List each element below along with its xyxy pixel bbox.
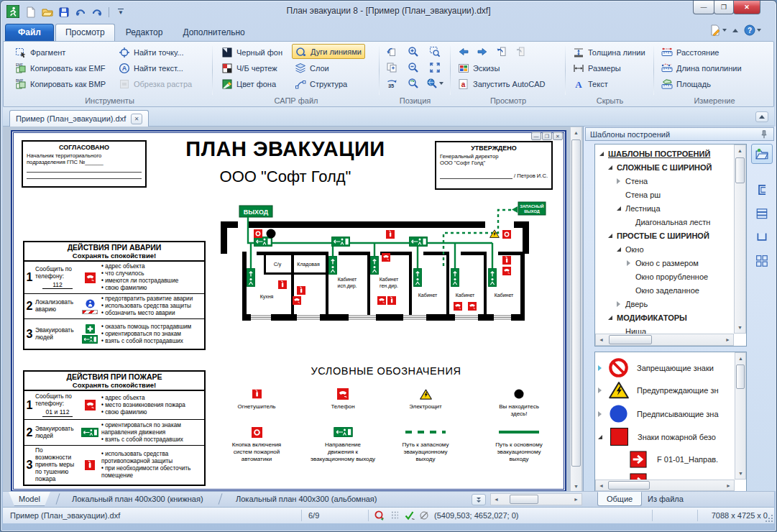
- tree-item[interactable]: Лестница: [625, 204, 661, 213]
- tree-item[interactable]: Ниша: [625, 327, 646, 334]
- document-tab[interactable]: Пример (План_эвакуации).dxf ✕: [9, 110, 149, 127]
- find-text-button[interactable]: Найти текст...: [116, 60, 186, 75]
- tree-item[interactable]: Окно с размером: [635, 259, 699, 267]
- drawing-canvas[interactable]: —❐✕ СОГЛАСОВАНО Начальник территориально…: [11, 130, 566, 492]
- layers-button[interactable]: Слои: [292, 60, 332, 75]
- blocks-grid-button[interactable]: [751, 251, 773, 271]
- help-button[interactable]: [744, 24, 761, 36]
- tree-vertical-scrollbar[interactable]: ▲▼: [734, 145, 746, 334]
- tree-item[interactable]: СЛОЖНЫЕ С ШИРИНОЙ: [617, 163, 712, 172]
- save-button[interactable]: [57, 5, 71, 19]
- tree-item[interactable]: Стена: [625, 177, 648, 185]
- layers-icon: [295, 63, 306, 74]
- zoom-out-button[interactable]: [405, 60, 422, 75]
- resize-grip[interactable]: [764, 513, 773, 523]
- tab-view[interactable]: Просмотр: [55, 24, 115, 41]
- redo-button[interactable]: [90, 5, 104, 19]
- mdi-close-icon[interactable]: ✕: [553, 132, 563, 140]
- fragment-button[interactable]: Фрагмент: [12, 45, 68, 60]
- scroll-down-arrow[interactable]: ▼: [571, 481, 581, 492]
- style-options-button[interactable]: [709, 24, 727, 36]
- new-file-button[interactable]: [24, 5, 38, 19]
- find-point-button[interactable]: Найти точку...: [116, 45, 186, 60]
- sign-item[interactable]: Предупреждающие зн: [598, 381, 719, 399]
- text-button[interactable]: Текст: [570, 76, 611, 91]
- tree-item[interactable]: Диагональная лестн: [635, 218, 710, 226]
- pin-icon[interactable]: [759, 129, 769, 139]
- black-background-button[interactable]: Черный фон: [219, 45, 285, 60]
- tab-signs-from-file[interactable]: Из файла: [639, 492, 692, 506]
- niche-templates-button[interactable]: [751, 227, 773, 247]
- restore-button[interactable]: ❐: [714, 1, 734, 14]
- background-color-button[interactable]: Цвет фона: [219, 76, 279, 91]
- collapse-ribbon-icon[interactable]: [732, 29, 738, 32]
- dimensions-button[interactable]: Размеры: [570, 60, 624, 75]
- scroll-up-arrow[interactable]: ▲: [571, 127, 581, 138]
- tree-item[interactable]: ШАБЛОНЫ ПОСТРОЕНИЙ: [608, 150, 710, 158]
- tab-editor[interactable]: Редактор: [116, 24, 173, 41]
- copy-view-button[interactable]: [383, 60, 400, 75]
- sign-item[interactable]: Предписывающие зна: [598, 404, 719, 423]
- open-file-button[interactable]: [40, 5, 55, 19]
- arcs-as-lines-button[interactable]: Дуги линиями: [292, 44, 365, 59]
- line-width-button[interactable]: Толщина линии: [570, 45, 648, 60]
- distance-button[interactable]: Расстояние: [658, 45, 722, 60]
- templates-library-button[interactable]: [751, 144, 773, 164]
- structure-button[interactable]: Структура: [292, 76, 350, 91]
- sheet-tab-portrait[interactable]: Локальный план 400x300 (книжная): [62, 492, 213, 506]
- tree-item[interactable]: Дверь: [625, 300, 648, 308]
- copy-emf-button[interactable]: Копировать как EMF: [12, 60, 109, 75]
- tree-item[interactable]: Стена рш: [625, 191, 661, 199]
- qat-customize-dropdown[interactable]: ▼: [114, 5, 128, 19]
- tree-item[interactable]: ПРОСТЫЕ С ШИРИНОЙ: [617, 231, 709, 240]
- find-text-icon: [119, 63, 130, 74]
- sheet-horizontal-scrollbar[interactable]: ◄►: [490, 493, 582, 505]
- close-button[interactable]: ✕: [733, 1, 760, 14]
- wall-profiles-button[interactable]: [751, 180, 773, 200]
- minimize-button[interactable]: —: [693, 1, 714, 14]
- sheet-tab-model[interactable]: Model: [9, 492, 50, 506]
- previous-view-button[interactable]: [492, 44, 510, 59]
- collapse-sheet-bar-button[interactable]: [472, 494, 486, 505]
- canvas-vertical-scrollbar[interactable]: ▲ ▼: [570, 127, 582, 492]
- zoom-status-icon[interactable]: [374, 510, 385, 521]
- angle-snap-icon[interactable]: [418, 510, 430, 521]
- tree-item[interactable]: Окно прорубленное: [635, 272, 708, 281]
- zoom-previous-button[interactable]: [405, 75, 422, 91]
- forward-button[interactable]: [474, 44, 491, 59]
- zoom-in-button[interactable]: [405, 44, 422, 59]
- mdi-restore-icon[interactable]: ❐: [542, 132, 552, 140]
- zoom-fit-button[interactable]: [426, 60, 443, 75]
- tab-file[interactable]: Файл: [5, 24, 54, 41]
- zoom-selected-button[interactable]: [426, 75, 443, 91]
- area-button[interactable]: Площадь: [658, 76, 714, 91]
- scrollbar-thumb[interactable]: [571, 139, 581, 467]
- tree-item[interactable]: МОДИФИКАТОРЫ: [617, 313, 687, 322]
- sign-item[interactable]: Запрещающие знаки: [598, 358, 714, 377]
- fire-actions-table: ДЕЙСТВИЯ ПРИ ПОЖАРЕСохранять спокойствие…: [23, 370, 206, 486]
- tab-signs-common[interactable]: Общие: [597, 492, 642, 506]
- polyline-length-button[interactable]: Длина полилинии: [658, 60, 745, 75]
- sign-item[interactable]: F 01-01_Направ.: [630, 451, 718, 468]
- rotate-angle-button[interactable]: [383, 75, 400, 91]
- collapse-panel-button[interactable]: [755, 111, 768, 122]
- layer-templates-button[interactable]: [751, 203, 773, 224]
- close-document-icon[interactable]: ✕: [131, 114, 142, 124]
- zoom-window-button[interactable]: [426, 44, 443, 59]
- thumbnails-button[interactable]: Эскизы: [455, 60, 502, 75]
- back-button[interactable]: [455, 44, 472, 59]
- snap-enabled-icon[interactable]: [404, 510, 415, 521]
- undo-button[interactable]: [73, 5, 88, 19]
- sheet-tab-landscape[interactable]: Локальный план 400x300 (альбомная): [226, 492, 387, 506]
- tree-item[interactable]: Окно: [625, 245, 644, 254]
- tab-extra[interactable]: Дополнительно: [173, 24, 254, 41]
- run-autocad-button[interactable]: Запустить AutoCAD: [455, 76, 548, 91]
- bw-drawing-button[interactable]: Ч/Б чертеж: [219, 60, 280, 75]
- grid-snap-icon[interactable]: [390, 510, 401, 521]
- rotate-page-button[interactable]: [383, 44, 400, 59]
- sign-item[interactable]: Знаки пожарной безо: [598, 427, 716, 446]
- copy-bmp-button[interactable]: Копировать как BMP: [12, 76, 109, 91]
- tree-horizontal-scrollbar[interactable]: ◄►: [595, 334, 734, 346]
- mdi-minimize-icon[interactable]: —: [531, 132, 541, 140]
- tree-item[interactable]: Окно заделанное: [635, 286, 699, 295]
